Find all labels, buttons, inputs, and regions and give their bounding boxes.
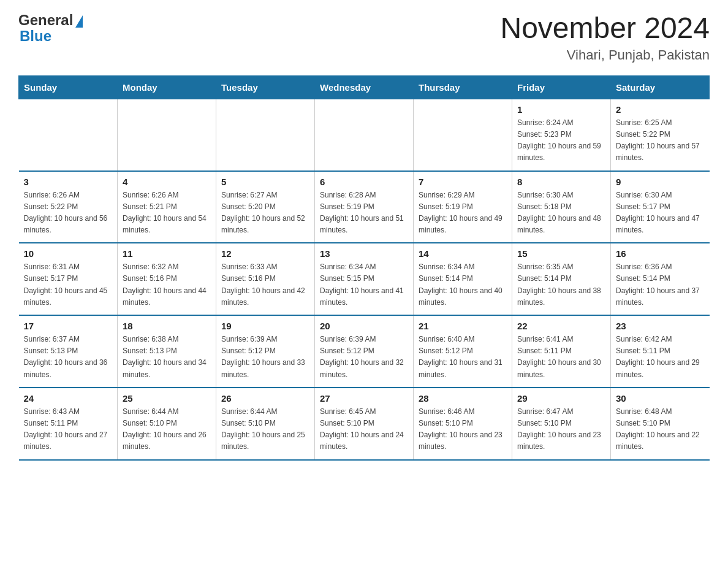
page-header: General Blue November 2024 Vihari, Punja… <box>18 12 710 63</box>
calendar-cell: 8Sunrise: 6:30 AMSunset: 5:18 PMDaylight… <box>512 171 611 243</box>
calendar-cell: 23Sunrise: 6:42 AMSunset: 5:11 PMDayligh… <box>611 315 710 388</box>
calendar-body: 1Sunrise: 6:24 AMSunset: 5:23 PMDaylight… <box>19 99 710 459</box>
calendar-week-row: 1Sunrise: 6:24 AMSunset: 5:23 PMDaylight… <box>19 99 710 170</box>
calendar-cell <box>315 99 414 170</box>
calendar-cell: 19Sunrise: 6:39 AMSunset: 5:12 PMDayligh… <box>216 315 315 388</box>
day-number: 11 <box>123 248 211 259</box>
calendar-cell <box>414 99 512 170</box>
calendar-cell <box>216 99 315 170</box>
day-info: Sunrise: 6:30 AMSunset: 5:17 PMDaylight:… <box>616 190 705 237</box>
day-number: 23 <box>616 321 705 331</box>
day-number: 9 <box>616 177 705 187</box>
day-number: 21 <box>419 321 507 331</box>
day-info: Sunrise: 6:35 AMSunset: 5:14 PMDaylight:… <box>517 261 605 308</box>
calendar-cell: 20Sunrise: 6:39 AMSunset: 5:12 PMDayligh… <box>315 315 414 388</box>
day-info: Sunrise: 6:27 AMSunset: 5:20 PMDaylight:… <box>221 190 309 237</box>
day-info: Sunrise: 6:40 AMSunset: 5:12 PMDaylight:… <box>419 334 507 381</box>
day-number: 18 <box>123 321 211 331</box>
calendar-cell: 24Sunrise: 6:43 AMSunset: 5:11 PMDayligh… <box>19 388 118 460</box>
day-info: Sunrise: 6:33 AMSunset: 5:16 PMDaylight:… <box>221 261 309 308</box>
calendar-cell: 29Sunrise: 6:47 AMSunset: 5:10 PMDayligh… <box>512 388 611 460</box>
calendar-cell: 4Sunrise: 6:26 AMSunset: 5:21 PMDaylight… <box>118 171 216 243</box>
calendar-cell: 30Sunrise: 6:48 AMSunset: 5:10 PMDayligh… <box>611 388 710 460</box>
calendar-week-row: 17Sunrise: 6:37 AMSunset: 5:13 PMDayligh… <box>19 315 710 388</box>
logo-blue-text: Blue <box>20 28 51 44</box>
calendar-cell: 3Sunrise: 6:26 AMSunset: 5:22 PMDaylight… <box>19 171 118 243</box>
day-number: 28 <box>419 393 507 404</box>
calendar-cell: 6Sunrise: 6:28 AMSunset: 5:19 PMDaylight… <box>315 171 414 243</box>
day-number: 12 <box>221 248 309 259</box>
calendar-cell: 1Sunrise: 6:24 AMSunset: 5:23 PMDaylight… <box>512 99 611 170</box>
day-number: 15 <box>517 248 605 259</box>
day-number: 16 <box>616 248 705 259</box>
day-info: Sunrise: 6:36 AMSunset: 5:14 PMDaylight:… <box>616 261 705 308</box>
weekday-header-monday: Monday <box>118 75 216 99</box>
day-number: 5 <box>221 177 309 187</box>
day-info: Sunrise: 6:47 AMSunset: 5:10 PMDaylight:… <box>517 406 605 453</box>
day-number: 26 <box>221 393 309 404</box>
calendar-cell: 16Sunrise: 6:36 AMSunset: 5:14 PMDayligh… <box>611 243 710 315</box>
calendar-table: SundayMondayTuesdayWednesdayThursdayFrid… <box>18 75 710 461</box>
location-subtitle: Vihari, Punjab, Pakistan <box>500 47 710 63</box>
calendar-cell: 12Sunrise: 6:33 AMSunset: 5:16 PMDayligh… <box>216 243 315 315</box>
day-number: 13 <box>320 248 408 259</box>
day-number: 6 <box>320 177 408 187</box>
calendar-week-row: 10Sunrise: 6:31 AMSunset: 5:17 PMDayligh… <box>19 243 710 315</box>
day-number: 25 <box>123 393 211 404</box>
day-info: Sunrise: 6:38 AMSunset: 5:13 PMDaylight:… <box>123 334 211 381</box>
calendar-header: SundayMondayTuesdayWednesdayThursdayFrid… <box>19 75 710 99</box>
day-info: Sunrise: 6:45 AMSunset: 5:10 PMDaylight:… <box>320 406 408 453</box>
calendar-cell: 9Sunrise: 6:30 AMSunset: 5:17 PMDaylight… <box>611 171 710 243</box>
day-number: 17 <box>24 321 113 331</box>
day-number: 14 <box>419 248 507 259</box>
day-number: 27 <box>320 393 408 404</box>
weekday-header-friday: Friday <box>512 75 611 99</box>
day-number: 20 <box>320 321 408 331</box>
day-number: 4 <box>123 177 211 187</box>
weekday-header-wednesday: Wednesday <box>315 75 414 99</box>
day-number: 1 <box>517 104 605 115</box>
calendar-cell: 26Sunrise: 6:44 AMSunset: 5:10 PMDayligh… <box>216 388 315 460</box>
weekday-header-saturday: Saturday <box>611 75 710 99</box>
day-info: Sunrise: 6:37 AMSunset: 5:13 PMDaylight:… <box>24 334 113 381</box>
day-number: 3 <box>24 177 113 187</box>
weekday-header-row: SundayMondayTuesdayWednesdayThursdayFrid… <box>19 75 710 99</box>
weekday-header-sunday: Sunday <box>19 75 118 99</box>
calendar-cell: 18Sunrise: 6:38 AMSunset: 5:13 PMDayligh… <box>118 315 216 388</box>
day-info: Sunrise: 6:39 AMSunset: 5:12 PMDaylight:… <box>320 334 408 381</box>
day-info: Sunrise: 6:44 AMSunset: 5:10 PMDaylight:… <box>123 406 211 453</box>
day-number: 22 <box>517 321 605 331</box>
calendar-cell <box>118 99 216 170</box>
day-info: Sunrise: 6:39 AMSunset: 5:12 PMDaylight:… <box>221 334 309 381</box>
day-info: Sunrise: 6:42 AMSunset: 5:11 PMDaylight:… <box>616 334 705 381</box>
day-info: Sunrise: 6:26 AMSunset: 5:22 PMDaylight:… <box>24 190 113 237</box>
day-info: Sunrise: 6:34 AMSunset: 5:15 PMDaylight:… <box>320 261 408 308</box>
logo: General Blue <box>18 12 83 45</box>
calendar-week-row: 24Sunrise: 6:43 AMSunset: 5:11 PMDayligh… <box>19 388 710 460</box>
day-info: Sunrise: 6:32 AMSunset: 5:16 PMDaylight:… <box>123 261 211 308</box>
day-info: Sunrise: 6:41 AMSunset: 5:11 PMDaylight:… <box>517 334 605 381</box>
calendar-cell: 11Sunrise: 6:32 AMSunset: 5:16 PMDayligh… <box>118 243 216 315</box>
logo-triangle-icon <box>75 15 83 28</box>
calendar-cell <box>19 99 118 170</box>
day-number: 19 <box>221 321 309 331</box>
day-info: Sunrise: 6:30 AMSunset: 5:18 PMDaylight:… <box>517 190 605 237</box>
calendar-cell: 2Sunrise: 6:25 AMSunset: 5:22 PMDaylight… <box>611 99 710 170</box>
weekday-header-thursday: Thursday <box>414 75 512 99</box>
calendar-cell: 15Sunrise: 6:35 AMSunset: 5:14 PMDayligh… <box>512 243 611 315</box>
calendar-cell: 10Sunrise: 6:31 AMSunset: 5:17 PMDayligh… <box>19 243 118 315</box>
day-info: Sunrise: 6:24 AMSunset: 5:23 PMDaylight:… <box>517 117 605 164</box>
day-number: 7 <box>419 177 507 187</box>
title-block: November 2024 Vihari, Punjab, Pakistan <box>500 12 710 63</box>
day-info: Sunrise: 6:44 AMSunset: 5:10 PMDaylight:… <box>221 406 309 453</box>
calendar-cell: 13Sunrise: 6:34 AMSunset: 5:15 PMDayligh… <box>315 243 414 315</box>
calendar-cell: 27Sunrise: 6:45 AMSunset: 5:10 PMDayligh… <box>315 388 414 460</box>
day-info: Sunrise: 6:29 AMSunset: 5:19 PMDaylight:… <box>419 190 507 237</box>
weekday-header-tuesday: Tuesday <box>216 75 315 99</box>
logo-general-text: General <box>18 12 73 28</box>
day-info: Sunrise: 6:46 AMSunset: 5:10 PMDaylight:… <box>419 406 507 453</box>
day-info: Sunrise: 6:26 AMSunset: 5:21 PMDaylight:… <box>123 190 211 237</box>
month-year-title: November 2024 <box>500 12 710 45</box>
day-number: 10 <box>24 248 113 259</box>
day-info: Sunrise: 6:28 AMSunset: 5:19 PMDaylight:… <box>320 190 408 237</box>
